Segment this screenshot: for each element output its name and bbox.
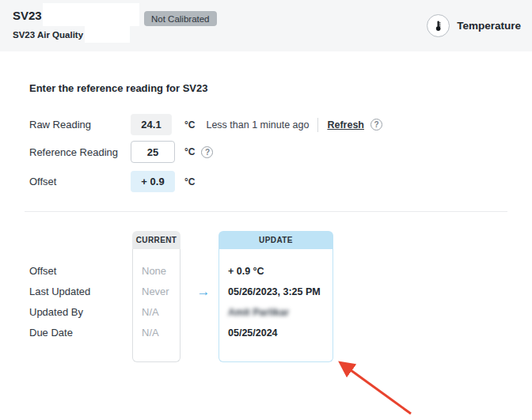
header: SV23 SV23 Air Quality Not Calibrated Tem… [0, 0, 532, 51]
device-title: SV23 [13, 9, 42, 22]
current-column-body: None Never N/A N/A [132, 249, 180, 362]
update-offset: + 0.9 °C [228, 264, 264, 278]
section-divider [25, 211, 507, 212]
raw-reading-value: 24.1 [131, 114, 172, 135]
sensor-type-label: Temperature [457, 20, 521, 32]
offset-row: Offset + 0.9 °C [29, 171, 195, 192]
current-due-date: N/A [142, 326, 159, 340]
raw-reading-help-icon[interactable]: ? [370, 119, 382, 131]
reference-reading-label: Reference Reading [29, 146, 131, 158]
section-heading-device: SV23 [183, 82, 208, 94]
current-column-header: CURRENT [132, 231, 180, 249]
update-column: UPDATE + 0.9 °C 05/26/2023, 3:25 PM Amit… [218, 231, 333, 362]
current-updated-by: N/A [142, 305, 159, 320]
sensor-type-chip[interactable]: Temperature [427, 14, 521, 37]
reference-reading-help-icon[interactable]: ? [201, 146, 213, 158]
section-heading: Enter the reference reading for SV23 [29, 82, 207, 94]
update-updated-by: Amit Parlikar [228, 305, 289, 320]
comparison-label-updated-by: Updated By [29, 305, 83, 320]
reference-reading-row: Reference Reading °C ? [29, 141, 213, 163]
status-badge: Not Calibrated [144, 11, 217, 26]
comparison-label-last-updated: Last Updated [29, 285, 90, 299]
reference-reading-unit: °C [184, 146, 195, 157]
device-subtitle: SV23 Air Quality [13, 30, 83, 40]
calibration-panel: SV23 SV23 Air Quality Not Calibrated Tem… [0, 0, 532, 420]
refresh-link[interactable]: Refresh [327, 119, 364, 131]
current-last-updated: Never [142, 285, 169, 299]
transfer-arrow-icon: → [195, 284, 212, 300]
update-column-body: + 0.9 °C 05/26/2023, 3:25 PM Amit Parlik… [218, 249, 333, 362]
update-column-header: UPDATE [218, 231, 333, 249]
raw-reading-unit: °C [184, 119, 195, 131]
comparison-label-offset: Offset [29, 264, 56, 278]
raw-reading-row: Raw Reading 24.1 °C Less than 1 minute a… [29, 114, 382, 135]
raw-reading-label: Raw Reading [29, 119, 131, 131]
offset-value: + 0.9 [131, 171, 175, 192]
refresh-divider [317, 118, 318, 132]
section-heading-text: Enter the reference reading for [29, 82, 180, 94]
redaction-box [43, 3, 139, 26]
offset-label: Offset [29, 176, 131, 187]
update-due-date: 05/25/2024 [228, 326, 278, 340]
current-offset: None [142, 264, 166, 278]
thermometer-icon [427, 14, 450, 37]
reference-reading-input[interactable] [131, 141, 175, 163]
offset-unit: °C [184, 176, 195, 187]
current-column: CURRENT None Never N/A N/A [132, 231, 180, 362]
comparison-label-due-date: Due Date [29, 326, 73, 340]
update-last-updated: 05/26/2023, 3:25 PM [228, 285, 321, 299]
redaction-box [85, 26, 130, 43]
raw-reading-age: Less than 1 minute ago [206, 119, 309, 131]
device-subtitle-row: SV23 Air Quality [13, 28, 90, 41]
